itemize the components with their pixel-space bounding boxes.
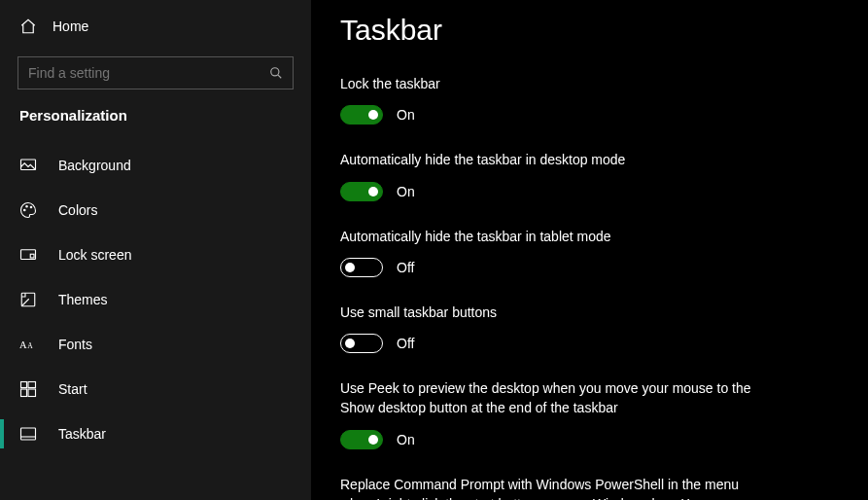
background-icon bbox=[19, 157, 37, 174]
setting-small-buttons: Use small taskbar buttons Off bbox=[340, 303, 768, 353]
page-title: Taskbar bbox=[340, 14, 839, 47]
toggle-state: Off bbox=[397, 260, 414, 275]
home-label: Home bbox=[52, 18, 88, 34]
svg-rect-11 bbox=[28, 382, 36, 388]
sidebar-item-label: Lock screen bbox=[58, 247, 131, 263]
toggle-autohide-tablet[interactable] bbox=[340, 258, 383, 277]
sidebar-item-label: Taskbar bbox=[58, 426, 106, 442]
colors-icon bbox=[19, 201, 37, 219]
toggle-state: On bbox=[397, 184, 415, 199]
setting-title: Use Peek to preview the desktop when you… bbox=[340, 378, 768, 418]
svg-point-4 bbox=[30, 206, 32, 208]
toggle-state: On bbox=[397, 432, 415, 447]
setting-peek: Use Peek to preview the desktop when you… bbox=[340, 378, 768, 449]
search-input[interactable] bbox=[18, 65, 293, 81]
search-icon bbox=[269, 66, 283, 80]
sidebar-item-label: Start bbox=[58, 381, 87, 397]
start-icon bbox=[19, 380, 37, 398]
fonts-icon: AA bbox=[19, 336, 37, 353]
svg-text:A: A bbox=[27, 341, 33, 350]
taskbar-icon bbox=[19, 425, 37, 443]
section-title: Personalization bbox=[0, 107, 311, 143]
sidebar-item-label: Fonts bbox=[58, 337, 92, 352]
toggle-autohide-desktop[interactable] bbox=[340, 182, 383, 201]
svg-point-2 bbox=[24, 209, 26, 211]
toggle-small-buttons[interactable] bbox=[340, 334, 383, 353]
svg-text:A: A bbox=[19, 339, 27, 350]
svg-point-0 bbox=[271, 68, 279, 76]
sidebar-item-colors[interactable]: Colors bbox=[0, 188, 311, 232]
toggle-peek[interactable] bbox=[340, 430, 383, 449]
svg-rect-13 bbox=[28, 389, 36, 397]
sidebar-item-background[interactable]: Background bbox=[0, 143, 311, 188]
themes-icon bbox=[19, 291, 37, 308]
toggle-state: Off bbox=[397, 336, 414, 351]
setting-title: Automatically hide the taskbar in deskto… bbox=[340, 150, 768, 169]
setting-lock-taskbar: Lock the taskbar On bbox=[340, 74, 768, 125]
sidebar-item-themes[interactable]: Themes bbox=[0, 277, 311, 322]
sidebar-item-lock-screen[interactable]: Lock screen bbox=[0, 232, 311, 277]
sidebar-item-label: Colors bbox=[58, 202, 97, 218]
toggle-state: On bbox=[397, 107, 415, 123]
setting-title: Use small taskbar buttons bbox=[340, 303, 768, 322]
svg-rect-12 bbox=[21, 389, 27, 397]
search-box[interactable] bbox=[17, 56, 294, 89]
content-pane: Taskbar Lock the taskbar On Automaticall… bbox=[311, 0, 868, 500]
setting-autohide-desktop: Automatically hide the taskbar in deskto… bbox=[340, 150, 768, 200]
sidebar: Home Personalization Background bbox=[0, 0, 311, 500]
sidebar-item-fonts[interactable]: AA Fonts bbox=[0, 322, 311, 367]
setting-title: Replace Command Prompt with Windows Powe… bbox=[340, 475, 768, 500]
toggle-lock-taskbar[interactable] bbox=[340, 105, 383, 125]
lock-screen-icon bbox=[19, 246, 37, 264]
sidebar-item-taskbar[interactable]: Taskbar bbox=[0, 411, 311, 456]
home-icon bbox=[19, 18, 37, 35]
setting-powershell: Replace Command Prompt with Windows Powe… bbox=[340, 475, 768, 500]
sidebar-item-label: Background bbox=[58, 158, 131, 173]
setting-title: Lock the taskbar bbox=[340, 74, 768, 93]
setting-autohide-tablet: Automatically hide the taskbar in tablet… bbox=[340, 227, 768, 277]
nav-list: Background Colors Lock screen Themes bbox=[0, 143, 311, 456]
sidebar-item-label: Themes bbox=[58, 292, 108, 307]
svg-rect-6 bbox=[30, 254, 34, 258]
svg-point-3 bbox=[26, 206, 28, 208]
svg-rect-14 bbox=[21, 428, 36, 440]
setting-title: Automatically hide the taskbar in tablet… bbox=[340, 227, 768, 246]
home-nav[interactable]: Home bbox=[0, 12, 311, 41]
svg-rect-10 bbox=[21, 382, 27, 388]
sidebar-item-start[interactable]: Start bbox=[0, 367, 311, 411]
